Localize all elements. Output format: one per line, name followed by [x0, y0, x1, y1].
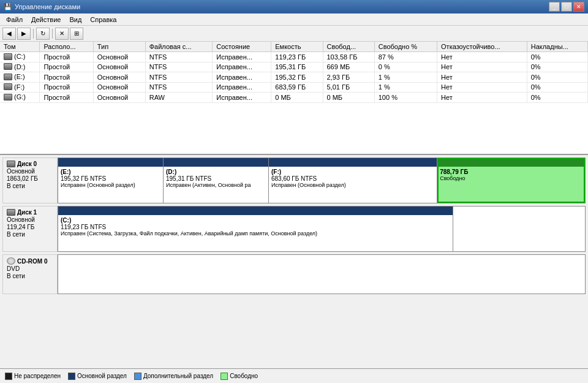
table-cell: Простой	[40, 52, 93, 63]
partition-c[interactable]: (C:)119,23 ГБ NTFSИсправен (Система, Заг…	[58, 207, 453, 251]
toolbar-delete[interactable]: ✕	[55, 28, 69, 40]
partition-name: 788,79 ГБ	[440, 169, 582, 175]
partition-status: Исправен (Основной раздел)	[271, 182, 434, 188]
partition-size: 683,60 ГБ NTFS	[271, 175, 434, 182]
toolbar-forward[interactable]: ▶	[17, 28, 31, 40]
legend-box-extended	[134, 373, 141, 380]
col-fs[interactable]: Файловая с...	[145, 42, 213, 52]
disk-label-icon: Диск 0	[7, 161, 53, 167]
partition-body: (E:)195,32 ГБ NTFSИсправен (Основной раз…	[58, 167, 163, 203]
table-cell: NTFS	[145, 82, 213, 93]
close-button[interactable]: ✕	[573, 2, 584, 12]
partition-header	[269, 158, 437, 167]
table-cell: 103,58 ГБ	[323, 52, 374, 63]
disk-table-area: Том Располо... Тип Файловая с... Состоян…	[0, 42, 588, 155]
menu-action[interactable]: Действие	[28, 15, 64, 24]
table-cell: (E:)	[0, 72, 40, 83]
legend-label-unallocated: Не распределен	[14, 373, 61, 379]
disk-table: Том Располо... Тип Файловая с... Состоян…	[0, 42, 588, 103]
partition-free0[interactable]: 788,79 ГБСвободно	[437, 158, 585, 203]
table-cell: Основной	[93, 93, 145, 103]
toolbar-refresh[interactable]: ↻	[36, 28, 50, 40]
title-bar-left: 💾 Управление дисками	[4, 3, 80, 11]
disk-sublabel: DVD	[7, 265, 53, 272]
table-cell: Исправен...	[213, 52, 271, 63]
table-cell: Простой	[40, 72, 93, 83]
col-free[interactable]: Свобод...	[323, 42, 374, 52]
table-cell: Исправен...	[213, 62, 271, 72]
toolbar-properties[interactable]: ⊞	[70, 28, 83, 40]
menu-help[interactable]: Справка	[86, 15, 120, 24]
col-layout[interactable]: Располо...	[40, 42, 93, 52]
table-cell: Нет	[437, 93, 527, 103]
partition-body: (D:)195,31 ГБ NTFSИсправен (Активен, Осн…	[164, 167, 268, 203]
table-row[interactable]: (F:)ПростойОсновнойNTFSИсправен...683,59…	[0, 82, 588, 93]
toolbar-separator-2	[52, 29, 53, 39]
disk-row: Диск 0Основной1863,02 ГБВ сети(E:)195,32…	[2, 157, 586, 203]
table-cell: NTFS	[145, 72, 213, 83]
table-cell: NTFS	[145, 62, 213, 72]
minimize-button[interactable]: _	[549, 2, 560, 12]
partition-name: (C:)	[61, 217, 450, 224]
legend-basic: Основной раздел	[68, 373, 127, 380]
table-row[interactable]: (D:)ПростойОсновнойNTFSИсправен...195,31…	[0, 62, 588, 72]
table-row[interactable]: (E:)ПростойОсновнойNTFSИсправен...195,32…	[0, 72, 588, 83]
app-icon: 💾	[4, 3, 12, 11]
partition-body: 788,79 ГБСвободно	[437, 167, 584, 203]
table-cell: 2,93 ГБ	[323, 72, 374, 83]
partition-name: (E:)	[61, 169, 160, 175]
title-bar-controls[interactable]: _ □ ✕	[549, 2, 584, 12]
main-area: Том Располо... Тип Файловая с... Состоян…	[0, 42, 588, 383]
title-bar: 💾 Управление дисками _ □ ✕	[0, 0, 588, 13]
table-cell: 0 МБ	[271, 93, 323, 103]
partition-header	[58, 207, 453, 215]
col-tom[interactable]: Том	[0, 42, 40, 52]
disk-label: Диск 0Основной1863,02 ГБВ сети	[2, 157, 58, 203]
table-cell: Нет	[437, 72, 527, 83]
legend-extended: Дополнительный раздел	[134, 373, 213, 380]
partition-header	[164, 158, 268, 167]
table-cell: 683,59 ГБ	[271, 82, 323, 93]
col-status[interactable]: Состояние	[213, 42, 271, 52]
table-cell: Исправен...	[213, 93, 271, 103]
toolbar-back[interactable]: ◀	[2, 28, 16, 40]
toolbar-separator-1	[33, 29, 34, 39]
table-cell: Простой	[40, 82, 93, 93]
menu-bar: Файл Действие Вид Справка	[0, 13, 588, 26]
col-capacity[interactable]: Емкость	[271, 42, 323, 52]
table-cell: 87 %	[374, 52, 437, 63]
menu-view[interactable]: Вид	[66, 15, 85, 24]
legend-unallocated: Не распределен	[5, 373, 61, 380]
partition-body: (C:)119,23 ГБ NTFSИсправен (Система, Заг…	[58, 215, 453, 251]
cdrom-area	[58, 254, 586, 294]
partition-d[interactable]: (D:)195,31 ГБ NTFSИсправен (Активен, Осн…	[164, 158, 269, 203]
table-cell: 0 МБ	[323, 93, 374, 103]
col-overhead[interactable]: Накладны...	[527, 42, 587, 52]
disk-row: CD-ROM 0DVDВ сети	[2, 254, 586, 294]
col-free-pct[interactable]: Свободно %	[374, 42, 437, 52]
partition-status: Исправен (Система, Загрузка, Файл подкач…	[61, 230, 450, 237]
col-type[interactable]: Тип	[93, 42, 145, 52]
disk-partitions: (C:)119,23 ГБ NTFSИсправен (Система, Заг…	[58, 206, 586, 252]
table-cell: Простой	[40, 93, 93, 103]
table-cell: 0%	[527, 62, 587, 72]
table-cell: 0%	[527, 72, 587, 83]
table-cell: 119,23 ГБ	[271, 52, 323, 63]
legend-free: Свободно	[221, 373, 258, 380]
disk-label: Диск 1Основной119,24 ГБВ сети	[2, 206, 58, 252]
disk-label: CD-ROM 0DVDВ сети	[2, 254, 58, 294]
table-row[interactable]: (C:)ПростойОсновнойNTFSИсправен...119,23…	[0, 52, 588, 63]
partition-f[interactable]: (F:)683,60 ГБ NTFSИсправен (Основной раз…	[269, 158, 437, 203]
col-fault[interactable]: Отказоустойчиво...	[437, 42, 527, 52]
table-cell: Простой	[40, 62, 93, 72]
table-row[interactable]: (G:)ПростойОсновнойRAWИсправен...0 МБ0 М…	[0, 93, 588, 103]
partition-size: 195,32 ГБ NTFS	[61, 175, 160, 182]
table-cell: 0%	[527, 93, 587, 103]
table-cell: Нет	[437, 62, 527, 72]
table-cell: Основной	[93, 82, 145, 93]
table-cell: (D:)	[0, 62, 40, 72]
table-cell: 0%	[527, 82, 587, 93]
maximize-button[interactable]: □	[561, 2, 572, 12]
menu-file[interactable]: Файл	[2, 15, 26, 24]
partition-e[interactable]: (E:)195,32 ГБ NTFSИсправен (Основной раз…	[58, 158, 164, 203]
